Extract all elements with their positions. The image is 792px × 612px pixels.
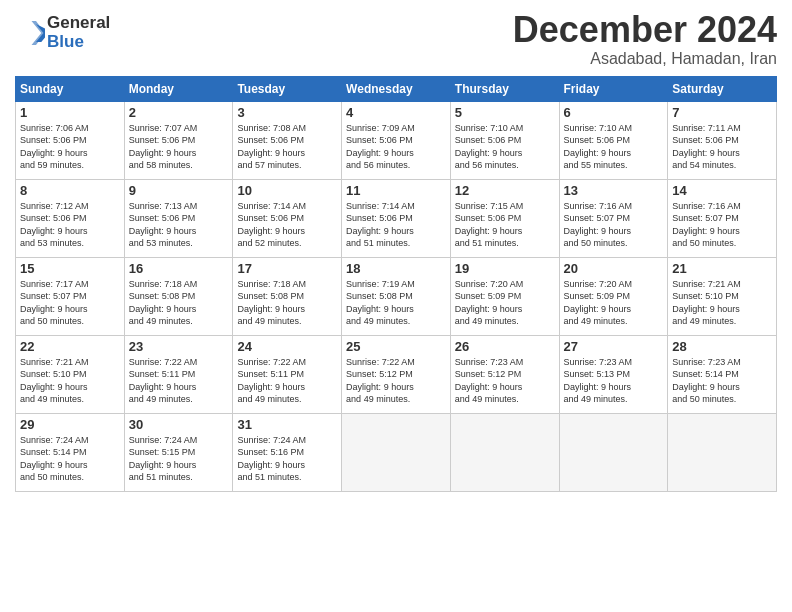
day-number: 17	[237, 261, 337, 276]
calendar-cell: 21 Sunrise: 7:21 AM Sunset: 5:10 PM Dayl…	[668, 257, 777, 335]
day-number: 29	[20, 417, 120, 432]
day-info: Sunrise: 7:18 AM Sunset: 5:08 PM Dayligh…	[237, 278, 337, 328]
col-sunday: Sunday	[16, 76, 125, 101]
col-tuesday: Tuesday	[233, 76, 342, 101]
day-number: 3	[237, 105, 337, 120]
calendar-cell: 23 Sunrise: 7:22 AM Sunset: 5:11 PM Dayl…	[124, 335, 233, 413]
col-wednesday: Wednesday	[342, 76, 451, 101]
calendar-cell: 28 Sunrise: 7:23 AM Sunset: 5:14 PM Dayl…	[668, 335, 777, 413]
day-number: 9	[129, 183, 229, 198]
day-info: Sunrise: 7:08 AM Sunset: 5:06 PM Dayligh…	[237, 122, 337, 172]
day-info: Sunrise: 7:14 AM Sunset: 5:06 PM Dayligh…	[346, 200, 446, 250]
calendar-cell: 22 Sunrise: 7:21 AM Sunset: 5:10 PM Dayl…	[16, 335, 125, 413]
calendar-cell: 18 Sunrise: 7:19 AM Sunset: 5:08 PM Dayl…	[342, 257, 451, 335]
day-number: 15	[20, 261, 120, 276]
calendar-cell: 20 Sunrise: 7:20 AM Sunset: 5:09 PM Dayl…	[559, 257, 668, 335]
calendar-week-2: 8 Sunrise: 7:12 AM Sunset: 5:06 PM Dayli…	[16, 179, 777, 257]
title-block: December 2024 Asadabad, Hamadan, Iran	[513, 10, 777, 68]
day-info: Sunrise: 7:12 AM Sunset: 5:06 PM Dayligh…	[20, 200, 120, 250]
month-year: December 2024	[513, 10, 777, 50]
calendar-cell: 3 Sunrise: 7:08 AM Sunset: 5:06 PM Dayli…	[233, 101, 342, 179]
logo-icon	[15, 18, 45, 48]
calendar-cell: 12 Sunrise: 7:15 AM Sunset: 5:06 PM Dayl…	[450, 179, 559, 257]
day-info: Sunrise: 7:11 AM Sunset: 5:06 PM Dayligh…	[672, 122, 772, 172]
day-info: Sunrise: 7:17 AM Sunset: 5:07 PM Dayligh…	[20, 278, 120, 328]
day-number: 8	[20, 183, 120, 198]
calendar-cell: 5 Sunrise: 7:10 AM Sunset: 5:06 PM Dayli…	[450, 101, 559, 179]
day-info: Sunrise: 7:10 AM Sunset: 5:06 PM Dayligh…	[455, 122, 555, 172]
calendar-cell: 29 Sunrise: 7:24 AM Sunset: 5:14 PM Dayl…	[16, 413, 125, 491]
day-info: Sunrise: 7:23 AM Sunset: 5:12 PM Dayligh…	[455, 356, 555, 406]
calendar-cell	[559, 413, 668, 491]
day-number: 27	[564, 339, 664, 354]
day-info: Sunrise: 7:14 AM Sunset: 5:06 PM Dayligh…	[237, 200, 337, 250]
calendar-cell: 13 Sunrise: 7:16 AM Sunset: 5:07 PM Dayl…	[559, 179, 668, 257]
day-info: Sunrise: 7:13 AM Sunset: 5:06 PM Dayligh…	[129, 200, 229, 250]
day-number: 28	[672, 339, 772, 354]
day-number: 2	[129, 105, 229, 120]
calendar-week-3: 15 Sunrise: 7:17 AM Sunset: 5:07 PM Dayl…	[16, 257, 777, 335]
calendar-cell: 25 Sunrise: 7:22 AM Sunset: 5:12 PM Dayl…	[342, 335, 451, 413]
calendar-cell: 19 Sunrise: 7:20 AM Sunset: 5:09 PM Dayl…	[450, 257, 559, 335]
day-info: Sunrise: 7:24 AM Sunset: 5:14 PM Dayligh…	[20, 434, 120, 484]
day-number: 12	[455, 183, 555, 198]
day-number: 21	[672, 261, 772, 276]
calendar-cell: 2 Sunrise: 7:07 AM Sunset: 5:06 PM Dayli…	[124, 101, 233, 179]
day-number: 5	[455, 105, 555, 120]
calendar-cell: 1 Sunrise: 7:06 AM Sunset: 5:06 PM Dayli…	[16, 101, 125, 179]
calendar-cell	[342, 413, 451, 491]
day-number: 14	[672, 183, 772, 198]
logo-text-line2: Blue	[47, 33, 110, 52]
day-info: Sunrise: 7:16 AM Sunset: 5:07 PM Dayligh…	[672, 200, 772, 250]
day-number: 24	[237, 339, 337, 354]
col-friday: Friday	[559, 76, 668, 101]
location: Asadabad, Hamadan, Iran	[513, 50, 777, 68]
header-row: Sunday Monday Tuesday Wednesday Thursday…	[16, 76, 777, 101]
day-number: 10	[237, 183, 337, 198]
logo-text-line1: General	[47, 14, 110, 33]
day-info: Sunrise: 7:21 AM Sunset: 5:10 PM Dayligh…	[20, 356, 120, 406]
col-monday: Monday	[124, 76, 233, 101]
calendar-week-5: 29 Sunrise: 7:24 AM Sunset: 5:14 PM Dayl…	[16, 413, 777, 491]
day-number: 16	[129, 261, 229, 276]
header: General Blue December 2024 Asadabad, Ham…	[15, 10, 777, 68]
day-number: 18	[346, 261, 446, 276]
calendar-cell: 16 Sunrise: 7:18 AM Sunset: 5:08 PM Dayl…	[124, 257, 233, 335]
day-number: 19	[455, 261, 555, 276]
day-info: Sunrise: 7:16 AM Sunset: 5:07 PM Dayligh…	[564, 200, 664, 250]
calendar-cell: 24 Sunrise: 7:22 AM Sunset: 5:11 PM Dayl…	[233, 335, 342, 413]
calendar-cell: 7 Sunrise: 7:11 AM Sunset: 5:06 PM Dayli…	[668, 101, 777, 179]
day-info: Sunrise: 7:07 AM Sunset: 5:06 PM Dayligh…	[129, 122, 229, 172]
calendar-cell	[450, 413, 559, 491]
day-number: 25	[346, 339, 446, 354]
calendar-cell: 17 Sunrise: 7:18 AM Sunset: 5:08 PM Dayl…	[233, 257, 342, 335]
day-number: 11	[346, 183, 446, 198]
calendar-cell: 11 Sunrise: 7:14 AM Sunset: 5:06 PM Dayl…	[342, 179, 451, 257]
day-info: Sunrise: 7:24 AM Sunset: 5:16 PM Dayligh…	[237, 434, 337, 484]
day-number: 1	[20, 105, 120, 120]
day-number: 22	[20, 339, 120, 354]
calendar-week-1: 1 Sunrise: 7:06 AM Sunset: 5:06 PM Dayli…	[16, 101, 777, 179]
day-info: Sunrise: 7:20 AM Sunset: 5:09 PM Dayligh…	[564, 278, 664, 328]
day-number: 13	[564, 183, 664, 198]
day-info: Sunrise: 7:22 AM Sunset: 5:11 PM Dayligh…	[237, 356, 337, 406]
day-number: 31	[237, 417, 337, 432]
day-number: 7	[672, 105, 772, 120]
day-info: Sunrise: 7:23 AM Sunset: 5:14 PM Dayligh…	[672, 356, 772, 406]
calendar-cell: 4 Sunrise: 7:09 AM Sunset: 5:06 PM Dayli…	[342, 101, 451, 179]
calendar-cell: 8 Sunrise: 7:12 AM Sunset: 5:06 PM Dayli…	[16, 179, 125, 257]
day-info: Sunrise: 7:22 AM Sunset: 5:12 PM Dayligh…	[346, 356, 446, 406]
day-info: Sunrise: 7:09 AM Sunset: 5:06 PM Dayligh…	[346, 122, 446, 172]
calendar-cell: 27 Sunrise: 7:23 AM Sunset: 5:13 PM Dayl…	[559, 335, 668, 413]
day-info: Sunrise: 7:24 AM Sunset: 5:15 PM Dayligh…	[129, 434, 229, 484]
day-info: Sunrise: 7:15 AM Sunset: 5:06 PM Dayligh…	[455, 200, 555, 250]
calendar-cell: 9 Sunrise: 7:13 AM Sunset: 5:06 PM Dayli…	[124, 179, 233, 257]
calendar-cell: 30 Sunrise: 7:24 AM Sunset: 5:15 PM Dayl…	[124, 413, 233, 491]
day-info: Sunrise: 7:10 AM Sunset: 5:06 PM Dayligh…	[564, 122, 664, 172]
day-info: Sunrise: 7:18 AM Sunset: 5:08 PM Dayligh…	[129, 278, 229, 328]
day-number: 26	[455, 339, 555, 354]
calendar-cell: 14 Sunrise: 7:16 AM Sunset: 5:07 PM Dayl…	[668, 179, 777, 257]
day-number: 4	[346, 105, 446, 120]
logo: General Blue	[15, 14, 110, 51]
day-info: Sunrise: 7:06 AM Sunset: 5:06 PM Dayligh…	[20, 122, 120, 172]
